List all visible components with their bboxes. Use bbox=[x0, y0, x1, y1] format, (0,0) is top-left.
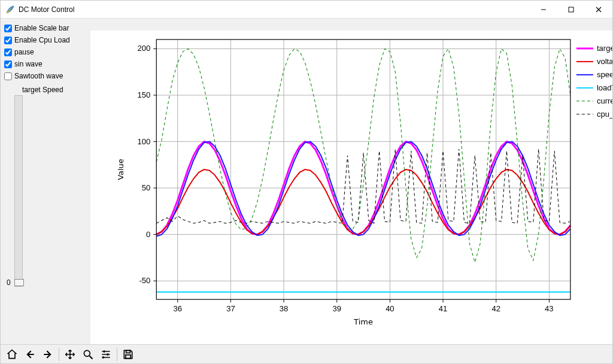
svg-rect-65 bbox=[102, 356, 104, 358]
move-icon bbox=[64, 348, 76, 360]
sliders-icon bbox=[100, 348, 112, 360]
svg-rect-64 bbox=[107, 353, 109, 355]
minimize-button[interactable] bbox=[530, 1, 557, 19]
checkbox-enable-scale-bar[interactable]: Enable Scale bar bbox=[4, 22, 87, 34]
toolbar-zoom-button[interactable] bbox=[79, 346, 97, 363]
svg-text:150: 150 bbox=[137, 90, 150, 99]
svg-text:Time: Time bbox=[353, 317, 373, 326]
svg-text:Value: Value bbox=[116, 159, 125, 180]
checkbox-input[interactable] bbox=[4, 72, 12, 80]
svg-text:43: 43 bbox=[545, 304, 553, 313]
slider-track[interactable] bbox=[14, 95, 23, 287]
checkbox-input[interactable] bbox=[4, 37, 12, 44]
svg-line-62 bbox=[90, 356, 93, 359]
toolbar-save-button[interactable] bbox=[119, 346, 137, 363]
toolbar-home-button[interactable] bbox=[3, 346, 21, 363]
zoom-icon bbox=[82, 348, 94, 360]
slider-thumb[interactable] bbox=[14, 279, 24, 286]
toolbar-back-button[interactable] bbox=[21, 346, 39, 363]
checkbox-sin-wave[interactable]: sin wave bbox=[4, 58, 87, 70]
save-icon bbox=[122, 348, 134, 360]
window-title: DC Motor Control bbox=[19, 5, 74, 14]
checkbox-enable-cpu-load[interactable]: Enable Cpu Load bbox=[4, 34, 87, 46]
svg-rect-67 bbox=[126, 354, 131, 358]
plot-pane: 3637383940414243-50050100150200TimeValue… bbox=[90, 19, 612, 344]
toolbar-separator bbox=[59, 348, 59, 361]
svg-text:38: 38 bbox=[280, 304, 288, 313]
svg-rect-1 bbox=[569, 7, 573, 12]
toolbar-forward-button[interactable] bbox=[39, 346, 57, 363]
toolbar-configure-button[interactable] bbox=[97, 346, 115, 363]
svg-text:-50: -50 bbox=[139, 276, 150, 285]
maximize-button[interactable] bbox=[557, 1, 585, 19]
matplotlib-toolbar bbox=[1, 344, 612, 363]
main-area: Enable Scale bar Enable Cpu Load pause s… bbox=[1, 19, 612, 344]
sidebar: Enable Scale bar Enable Cpu Load pause s… bbox=[1, 19, 90, 344]
svg-text:0: 0 bbox=[146, 230, 150, 239]
home-icon bbox=[6, 348, 18, 360]
close-button[interactable] bbox=[585, 1, 612, 19]
checkbox-label: Sawtooth wave bbox=[14, 72, 63, 80]
checkbox-label: Enable Scale bar bbox=[14, 24, 69, 32]
svg-point-61 bbox=[84, 350, 90, 356]
toolbar-pan-button[interactable] bbox=[61, 346, 79, 363]
svg-text:curren: curren bbox=[597, 96, 612, 105]
svg-text:42: 42 bbox=[491, 304, 500, 313]
svg-text:loadTo: loadTo bbox=[597, 83, 612, 92]
svg-text:37: 37 bbox=[226, 304, 235, 313]
svg-text:200: 200 bbox=[137, 44, 150, 53]
checkbox-label: sin wave bbox=[14, 60, 43, 68]
titlebar: DC Motor Control bbox=[1, 1, 612, 19]
checkbox-pause[interactable]: pause bbox=[4, 46, 87, 58]
svg-text:39: 39 bbox=[332, 304, 341, 313]
checkbox-input[interactable] bbox=[4, 60, 12, 68]
svg-rect-63 bbox=[104, 350, 105, 352]
checkbox-label: Enable Cpu Load bbox=[14, 36, 70, 44]
target-speed-slider: target Speed 0 bbox=[7, 86, 87, 287]
svg-text:50: 50 bbox=[142, 183, 150, 192]
svg-text:voltag: voltag bbox=[597, 57, 612, 66]
checkbox-sawtooth-wave[interactable]: Sawtooth wave bbox=[4, 70, 87, 82]
svg-rect-66 bbox=[126, 350, 131, 353]
plot-canvas[interactable]: 3637383940414243-50050100150200TimeValue… bbox=[90, 31, 612, 344]
checkbox-label: pause bbox=[14, 48, 34, 56]
slider-value: 0 bbox=[7, 278, 11, 287]
arrow-left-icon bbox=[24, 348, 36, 360]
svg-text:40: 40 bbox=[386, 304, 394, 313]
arrow-right-icon bbox=[42, 348, 54, 360]
svg-text:41: 41 bbox=[439, 304, 447, 313]
slider-label: target Speed bbox=[22, 86, 63, 94]
svg-text:100: 100 bbox=[137, 137, 150, 146]
svg-text:speed: speed bbox=[597, 70, 612, 79]
svg-text:target: target bbox=[597, 44, 612, 53]
checkbox-input[interactable] bbox=[4, 25, 12, 32]
svg-text:36: 36 bbox=[173, 304, 181, 313]
toolbar-separator bbox=[117, 348, 117, 361]
checkbox-input[interactable] bbox=[4, 48, 12, 56]
app-feather-icon bbox=[5, 5, 15, 14]
svg-text:cpu_lo: cpu_lo bbox=[597, 110, 612, 119]
